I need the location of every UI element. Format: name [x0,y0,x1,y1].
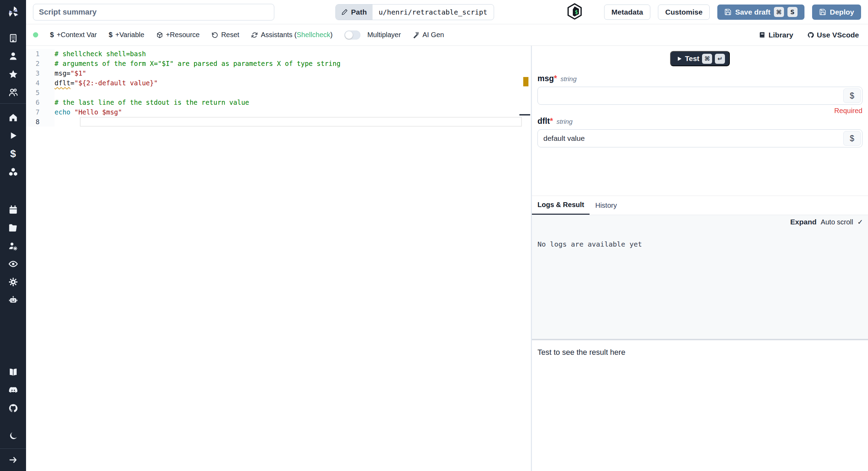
code-line[interactable]: 2# arguments of the form X="$I" are pars… [26,59,531,68]
play-icon [8,131,18,140]
autoscroll-label[interactable]: Auto scroll [821,218,853,226]
code-line[interactable]: 7echo "Hello $msg" [26,107,531,117]
ruler-warning-marker [523,77,528,86]
use-vscode-button[interactable]: Use VScode [807,31,859,39]
line-number: 8 [26,117,55,127]
topbar-actions: Metadata Customise Save draft ⌘ S [604,5,861,20]
shellcheck-link[interactable]: Shellcheck [297,31,331,38]
toolbar-right: Library Use VScode [759,31,859,39]
sidebar-item-workspace[interactable] [0,29,26,47]
windmill-logo[interactable] [0,0,26,24]
cmd-key-badge: ⌘ [774,7,784,17]
editor-toolbar: $ +Context Var $ +Variable +Resource Res… [26,24,868,46]
dflt-field-input[interactable] [537,129,862,147]
code-line[interactable]: 8 [26,117,531,127]
save-draft-button[interactable]: Save draft ⌘ S [717,5,804,20]
code-line[interactable]: 5 [26,88,531,97]
context-var-label: +Context Var [57,31,97,39]
sidebar-item-variables[interactable]: $ [0,145,26,163]
add-context-var-button[interactable]: $ +Context Var [50,31,97,39]
overview-ruler[interactable] [522,46,531,471]
logs-empty-message: No logs are available yet [537,240,863,248]
variable-label: +Variable [115,31,144,39]
add-resource-button[interactable]: +Resource [156,31,200,39]
metadata-button[interactable]: Metadata [604,5,650,20]
resource-label: +Resource [166,31,200,39]
sidebar-item-docs[interactable] [0,363,26,381]
sidebar-item-github[interactable] [0,399,26,417]
code-editor[interactable]: 1# shellcheck shell=bash2# arguments of … [26,46,531,471]
save-draft-label: Save draft [735,8,770,16]
test-args-section: Test ⌘ ↵ msg* string $ [532,46,868,196]
insert-variable-button[interactable]: $ [843,131,861,146]
expand-button[interactable]: Expand [790,218,817,226]
dollar-icon: $ [10,148,16,160]
edit-path-button[interactable]: Path [336,5,373,20]
sidebar-item-members[interactable] [0,83,26,101]
boxes-icon [8,167,18,177]
line-number: 4 [26,78,55,88]
windmill-logo-icon [6,5,21,20]
field-label-msg: msg* string [537,74,862,83]
customise-button[interactable]: Customise [658,5,710,20]
multiplayer-toggle[interactable] [344,31,360,40]
code-line-text: # the last line of the stdout is the ret… [55,97,249,107]
field-name: msg* [537,74,557,83]
star-icon [8,69,18,79]
play-icon [676,56,682,62]
user-icon [8,51,18,61]
arrow-right-icon [8,455,18,465]
sidebar-item-home[interactable] [0,109,26,127]
assistants-button[interactable]: Assistants (Shellcheck) [251,31,333,39]
check-icon[interactable]: ✓ [857,218,863,226]
library-button[interactable]: Library [759,31,793,39]
code-line[interactable]: 6# the last line of the stdout is the re… [26,97,531,107]
eye-icon [8,259,18,269]
sidebar-item-workers[interactable] [0,291,26,309]
insert-variable-button[interactable]: $ [843,88,861,103]
sidebar-divider-bottom [0,448,26,449]
field-type: string [557,118,573,126]
sidebar-item-favorites[interactable] [0,65,26,83]
test-button[interactable]: Test ⌘ ↵ [670,51,730,66]
code-line[interactable]: 4dflt="${2:-default value}" [26,78,531,88]
folder-open-icon [8,223,18,233]
logs-panel: Expand Auto scroll ✓ No logs are availab… [532,215,868,339]
sidebar-item-folders[interactable] [0,219,26,237]
library-label: Library [768,31,793,39]
reset-button[interactable]: Reset [211,31,239,39]
home-icon [8,113,18,122]
sidebar-expand-button[interactable] [0,451,26,469]
tab-history[interactable]: History [590,196,622,215]
code-line[interactable]: 1# shellcheck shell=bash [26,49,531,59]
line-number: 3 [26,68,55,78]
add-variable-button[interactable]: $ +Variable [109,31,144,39]
s-key-badge: S [787,7,798,17]
path-value[interactable]: u/henri/retractable_script [373,5,494,20]
topbar: Path u/henri/retractable_script $ Metada… [26,0,868,24]
msg-field-input[interactable] [537,87,862,105]
ai-gen-button[interactable]: AI Gen [413,31,444,39]
tab-logs-result[interactable]: Logs & Result [532,196,590,215]
gear-icon [8,277,18,287]
app-root: $ [0,0,868,471]
code-line[interactable]: 3msg="$1" [26,68,531,78]
dollar-glyph: $ [850,134,854,143]
sidebar-item-settings[interactable] [0,273,26,291]
field-label-dflt: dflt* string [537,117,862,126]
users-icon [8,87,18,97]
reset-label: Reset [221,31,239,39]
sidebar-item-user[interactable] [0,47,26,65]
sidebar-item-schedules[interactable] [0,201,26,219]
deploy-button[interactable]: Deploy [812,5,861,20]
sidebar-item-groups[interactable] [0,237,26,255]
bot-icon [8,295,18,305]
sidebar-item-discord[interactable] [0,381,26,399]
sidebar-item-audit-logs[interactable] [0,255,26,273]
sidebar-item-resources[interactable] [0,163,26,181]
script-summary-input[interactable] [33,4,274,20]
pencil-icon [341,9,348,15]
sidebar-item-runs[interactable] [0,127,26,145]
sidebar-item-dark-mode[interactable] [0,427,26,445]
line-number: 7 [26,107,55,117]
